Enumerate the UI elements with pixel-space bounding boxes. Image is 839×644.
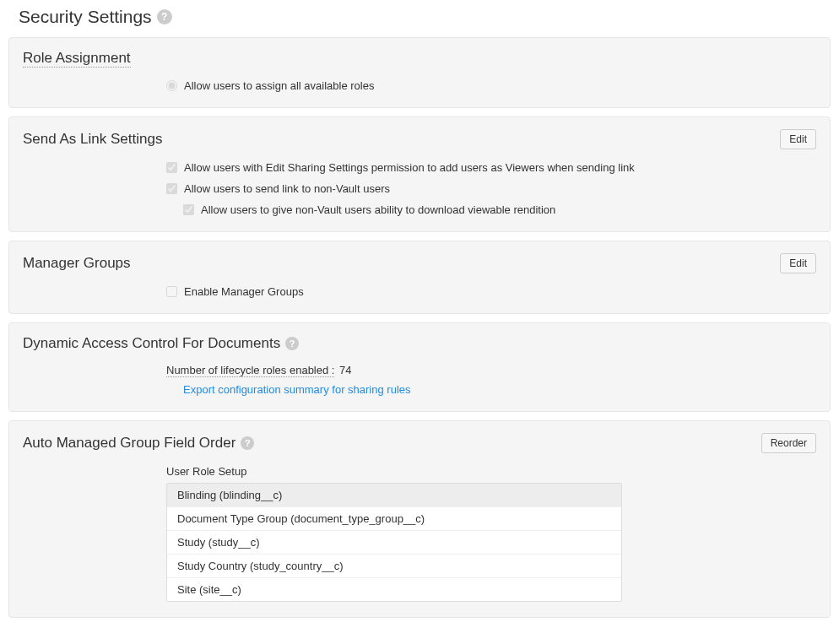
send-link-checkbox-2 bbox=[166, 183, 177, 194]
send-link-checkbox-3 bbox=[183, 204, 194, 215]
send-link-label-2: Allow users to send link to non-Vault us… bbox=[184, 182, 390, 195]
manager-groups-edit-button[interactable]: Edit bbox=[780, 253, 816, 273]
field-order-table: Blinding (blinding__c) Document Type Gro… bbox=[166, 483, 622, 602]
role-assignment-title-text: Role Assignment bbox=[23, 50, 131, 68]
help-icon[interactable]: ? bbox=[157, 9, 172, 24]
send-link-label-1: Allow users with Edit Sharing Settings p… bbox=[184, 161, 635, 174]
role-assignment-option-label: Allow users to assign all available role… bbox=[184, 79, 374, 92]
panel-auto-managed-group: Auto Managed Group Field Order ? Reorder… bbox=[8, 420, 831, 618]
table-row: Site (site__c) bbox=[167, 578, 621, 601]
help-icon[interactable]: ? bbox=[285, 337, 299, 350]
manager-groups-checkbox bbox=[166, 286, 177, 297]
panel-send-as-link: Send As Link Settings Edit Allow users w… bbox=[8, 116, 831, 232]
panel-manager-groups: Manager Groups Edit Enable Manager Group… bbox=[8, 241, 831, 314]
send-link-label-3: Allow users to give non-Vault users abil… bbox=[201, 203, 555, 216]
table-row: Blinding (blinding__c) bbox=[167, 484, 621, 507]
panel-role-assignment: Role Assignment Allow users to assign al… bbox=[8, 37, 831, 108]
role-assignment-title: Role Assignment bbox=[23, 50, 131, 68]
manager-groups-title: Manager Groups bbox=[23, 255, 131, 272]
table-row: Study (study__c) bbox=[167, 531, 621, 555]
reorder-button[interactable]: Reorder bbox=[761, 433, 816, 453]
help-icon[interactable]: ? bbox=[241, 436, 254, 450]
page-title: Security Settings ? bbox=[19, 7, 831, 27]
send-as-link-title: Send As Link Settings bbox=[23, 131, 162, 148]
table-row: Study Country (study_country__c) bbox=[167, 555, 621, 578]
dac-title: Dynamic Access Control For Documents ? bbox=[23, 335, 299, 352]
panel-dynamic-access-control: Dynamic Access Control For Documents ? N… bbox=[8, 322, 831, 412]
manager-groups-title-text: Manager Groups bbox=[23, 255, 131, 272]
dac-export-link[interactable]: Export configuration summary for sharing… bbox=[183, 383, 411, 396]
send-link-checkbox-1 bbox=[166, 162, 177, 173]
field-table-label: User Role Setup bbox=[166, 465, 816, 478]
manager-groups-label: Enable Manager Groups bbox=[184, 285, 304, 298]
dac-title-text: Dynamic Access Control For Documents bbox=[23, 335, 280, 352]
table-row: Document Type Group (document_type_group… bbox=[167, 507, 621, 531]
page-title-text: Security Settings bbox=[19, 7, 152, 27]
auto-group-title-text: Auto Managed Group Field Order bbox=[23, 435, 235, 452]
send-as-link-title-text: Send As Link Settings bbox=[23, 131, 162, 148]
dac-count-label: Number of lifecycle roles enabled : bbox=[166, 364, 334, 377]
send-as-link-edit-button[interactable]: Edit bbox=[780, 129, 816, 149]
dac-count-value: 74 bbox=[339, 364, 351, 376]
role-assignment-radio bbox=[166, 80, 177, 91]
auto-group-title: Auto Managed Group Field Order ? bbox=[23, 435, 254, 452]
